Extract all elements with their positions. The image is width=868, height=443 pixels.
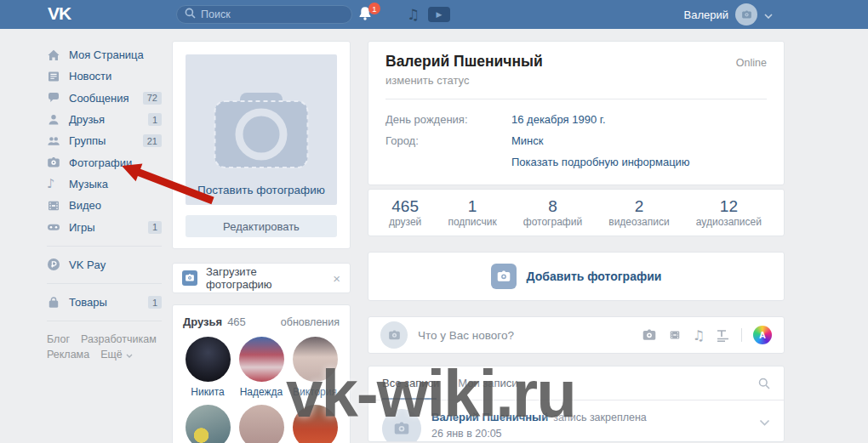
footer-link-ads[interactable]: Реклама <box>47 349 89 361</box>
counter-friends[interactable]: 465 друзей <box>389 198 421 228</box>
friend-avatar[interactable] <box>186 337 231 382</box>
counter-videos[interactable]: 2 видеозаписи <box>608 198 669 228</box>
friend-name[interactable]: Никита <box>183 386 232 398</box>
counter-label: друзей <box>389 216 421 228</box>
composer-input[interactable]: Что у Вас нового? <box>418 329 631 342</box>
profile-main-column: Валерий Пшеничный Online изменить статус… <box>368 41 785 442</box>
counter-value: 2 <box>608 198 669 215</box>
friends-count-badge: 1 <box>148 113 162 126</box>
news-icon <box>47 70 69 83</box>
divider <box>47 246 162 247</box>
friend-avatar[interactable] <box>293 405 338 443</box>
user-name: Валерий <box>684 9 728 21</box>
footer-link-developers[interactable]: Разработчикам <box>81 333 157 345</box>
sidebar-item-goods[interactable]: Товары 1 <box>47 292 162 313</box>
sidebar-item-label: Музыка <box>69 178 162 190</box>
counter-value: 12 <box>696 198 762 215</box>
sidebar-item-music[interactable]: ♪ Музыка <box>47 173 162 195</box>
vk-logo[interactable]: VK <box>48 3 71 24</box>
sidebar-item-news[interactable]: Новости <box>47 65 162 87</box>
friend-item[interactable]: Никита <box>183 337 232 398</box>
sidebar-item-label: Друзья <box>69 113 148 126</box>
profile-photo-placeholder[interactable]: Поставить фотографию <box>186 54 337 205</box>
friend-name[interactable]: Виктория <box>290 386 340 398</box>
field-value-link[interactable]: 16 декабря 1990 г. <box>511 113 606 126</box>
text-post-icon[interactable] <box>716 329 730 342</box>
music-icon: ♪ <box>47 176 69 191</box>
play-icon: ▶ <box>437 10 443 19</box>
counter-followers[interactable]: 1 подписчик <box>448 198 496 228</box>
post-author-link[interactable]: Валерий Пшеничный <box>431 411 548 423</box>
sidebar-item-messages[interactable]: Сообщения 72 <box>47 88 162 109</box>
sidebar-item-vk-pay[interactable]: VK Pay <box>47 254 162 275</box>
counter-photos[interactable]: 8 фотографий <box>523 198 582 228</box>
edit-button[interactable]: Редактировать <box>186 215 337 237</box>
music-icon[interactable]: ♫ <box>407 0 420 29</box>
groups-icon <box>47 134 69 148</box>
post-menu-chevron-icon[interactable] <box>759 414 770 429</box>
show-details-link[interactable]: Показать подробную информацию <box>511 156 767 168</box>
friend-item[interactable] <box>290 405 340 443</box>
friend-name[interactable]: Надежда <box>237 386 286 398</box>
counter-audios[interactable]: 12 аудиозаписей <box>696 198 762 228</box>
counter-label: подписчик <box>448 216 496 228</box>
counter-label: фотографий <box>523 216 582 228</box>
sidebar-item-photos[interactable]: Фотографии <box>47 151 162 173</box>
global-search[interactable] <box>176 5 352 24</box>
sidebar-item-friends[interactable]: Друзья 1 <box>47 109 162 130</box>
poster-background-icon[interactable]: A <box>753 326 772 344</box>
chevron-down-icon <box>126 347 133 354</box>
tab-all-posts[interactable]: Все записи <box>382 377 439 389</box>
sidebar-item-my-page[interactable]: Моя Страница <box>47 44 162 65</box>
friends-count: 465 <box>227 315 281 328</box>
sidebar-item-groups[interactable]: Группы 21 <box>47 130 162 151</box>
set-photo-link[interactable]: Поставить фотографию <box>186 184 337 196</box>
sidebar-item-video[interactable]: Видео <box>47 195 162 216</box>
upload-photo-link[interactable]: Загрузите фотографию <box>206 265 324 291</box>
friends-title[interactable]: Друзья <box>183 315 222 328</box>
chevron-down-icon <box>764 7 773 22</box>
video-play-button[interactable]: ▶ <box>428 7 450 22</box>
friend-avatar[interactable] <box>186 405 231 443</box>
tab-my-posts[interactable]: Мои записи <box>458 377 517 389</box>
camera-icon[interactable] <box>182 270 197 286</box>
upload-photo-banner: Загрузите фотографию × <box>172 263 351 293</box>
sidebar-item-label: Новости <box>69 70 162 82</box>
field-label: Город: <box>385 134 511 147</box>
wall-search-icon[interactable] <box>758 378 770 393</box>
avatar[interactable] <box>382 409 421 442</box>
field-value-link[interactable]: Минск <box>511 134 543 147</box>
attach-video-icon[interactable] <box>668 329 682 341</box>
counter-label: видеозаписи <box>608 216 669 228</box>
video-icon <box>47 199 69 213</box>
friends-updates-link[interactable]: обновления <box>281 316 340 328</box>
friend-avatar[interactable] <box>293 337 338 382</box>
add-photos-button[interactable]: Добавить фотографии <box>368 252 785 301</box>
friend-item[interactable] <box>237 405 286 443</box>
sidebar-item-games[interactable]: Игры 1 <box>47 216 162 237</box>
change-status-link[interactable]: изменить статус <box>385 74 767 87</box>
post-date-link[interactable]: 26 янв в 20:05 <box>431 428 647 440</box>
attach-music-icon[interactable]: ♫ <box>693 327 705 344</box>
profile-photo-card: Поставить фотографию Редактировать <box>172 41 351 249</box>
search-input[interactable] <box>201 9 328 20</box>
friend-avatar[interactable] <box>239 337 284 382</box>
attach-photo-icon[interactable] <box>642 329 657 342</box>
friend-item[interactable]: Виктория <box>290 337 340 398</box>
user-menu[interactable]: Валерий <box>684 0 773 29</box>
footer-link-more[interactable]: Ещё <box>100 349 123 361</box>
friend-item[interactable] <box>183 405 232 443</box>
notifications-button[interactable]: 1 <box>357 0 373 29</box>
profile-field-city: Город: Минск <box>385 134 767 147</box>
sidebar-item-label: VK Pay <box>69 258 162 271</box>
avatar <box>380 321 408 349</box>
close-icon[interactable]: × <box>333 272 340 285</box>
sidebar-item-label: Товары <box>69 296 148 309</box>
messages-icon <box>47 91 69 105</box>
divider <box>47 283 162 284</box>
friend-icon <box>47 113 69 127</box>
footer-link-blog[interactable]: Блог <box>47 333 70 345</box>
wall-tabs: Все записи Мои записи <box>368 366 784 400</box>
friend-avatar[interactable] <box>239 405 284 443</box>
friend-item[interactable]: Надежда <box>237 337 286 398</box>
